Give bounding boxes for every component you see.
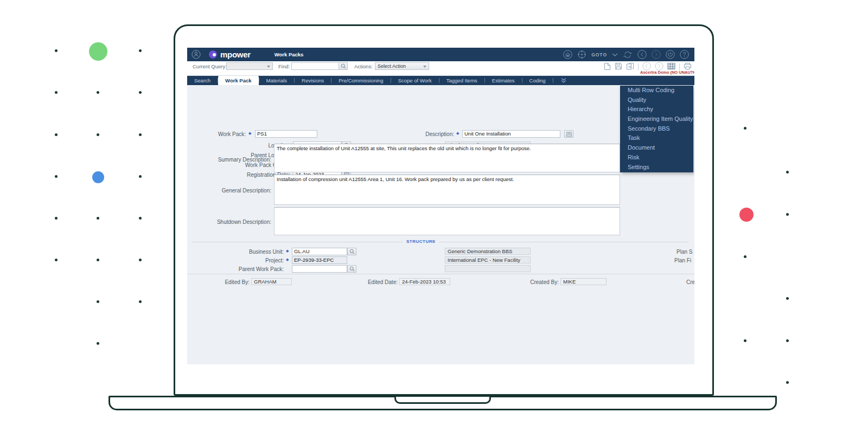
audit-divider <box>187 274 694 274</box>
tab-tagged-items[interactable]: Tagged Items <box>439 76 484 85</box>
laptop-notch <box>394 397 491 404</box>
business-unit-input[interactable]: GL.AU <box>292 248 347 255</box>
goto-label[interactable]: GOTO <box>591 52 607 57</box>
menu-item-multi-row-coding[interactable]: Multi Row Coding <box>620 86 693 95</box>
decor-dot <box>97 91 99 94</box>
general-description-textarea[interactable]: Installation of compression unit A12555 … <box>274 175 620 205</box>
tab-pre-commissioning[interactable]: Pre/Commissioning <box>331 76 390 85</box>
current-query-label: Current Query: <box>193 63 227 69</box>
back-icon[interactable] <box>637 50 647 59</box>
decor-dot <box>744 339 746 342</box>
decor-dot <box>139 133 142 136</box>
menu-item-secondary-bbs[interactable]: Secondary BBS <box>620 124 693 134</box>
description-input[interactable]: Unit One Installation <box>462 130 560 138</box>
menu-item-quality[interactable]: Quality <box>620 95 693 105</box>
menu-item-engineering-item-quality[interactable]: Engineering Item Quality <box>620 114 693 124</box>
decor-dot <box>786 213 789 216</box>
save-icon[interactable] <box>615 62 622 71</box>
form-area: Work Pack: PS1 Description: Unit One Ins… <box>187 85 694 364</box>
new-record-icon[interactable] <box>604 62 611 72</box>
tab-scope-of-work[interactable]: Scope of Work <box>391 76 439 85</box>
refresh-icon[interactable] <box>623 50 633 60</box>
required-marker <box>456 131 459 136</box>
project-detail: International EPC - New Facility <box>445 256 531 263</box>
demo-notice: Ascertra Demo (NO UNAUTHORISED ACCESS) <box>640 70 694 75</box>
actions-select[interactable]: Select Action <box>375 62 429 70</box>
search-icon <box>341 63 346 69</box>
help-icon[interactable] <box>680 50 689 59</box>
user-icon[interactable] <box>192 50 201 59</box>
lookup-icon <box>349 266 355 272</box>
business-unit-lookup-button[interactable] <box>347 248 356 255</box>
tab-search[interactable]: Search <box>187 76 218 85</box>
parent-work-pack-detail <box>445 265 531 272</box>
chevron-down-icon <box>423 66 426 68</box>
created-by-value: MIKE <box>560 278 607 285</box>
decor-dot <box>55 49 58 52</box>
goto-chevron-down-icon[interactable] <box>612 53 618 57</box>
shutdown-description-label: Shutdown Description: <box>187 219 271 225</box>
tab-estimates[interactable]: Estimates <box>485 76 522 85</box>
created-by-label: Created By: <box>513 279 559 285</box>
general-description-label: General Description: <box>187 188 271 194</box>
structure-divider <box>192 242 689 242</box>
scene: mpower Work Packs GOTO <box>0 0 868 438</box>
tab-work-pack[interactable]: Work Pack <box>218 76 258 85</box>
decor-circle-green <box>89 42 107 61</box>
tab-materials[interactable]: Materials <box>259 76 295 85</box>
toolbar-separator <box>638 63 639 70</box>
description-label: Description: <box>393 131 454 137</box>
current-query-select[interactable] <box>226 62 273 70</box>
menu-item-hierarchy[interactable]: Hierarchy <box>620 105 693 114</box>
created-date-label-clipped: Cre <box>686 279 694 285</box>
work-pack-input[interactable]: PS1 <box>255 130 317 138</box>
overflow-tabs-menu: Multi Row Coding Quality Hierarchy Engin… <box>620 86 693 172</box>
decor-dot <box>744 255 746 258</box>
parent-work-pack-input[interactable] <box>292 265 347 273</box>
decor-dot <box>139 300 142 303</box>
edited-date-label: Edited Date: <box>350 279 398 285</box>
share-record-icon[interactable] <box>626 62 634 72</box>
required-marker <box>286 257 289 262</box>
goto-crosshair-icon[interactable] <box>577 50 586 59</box>
business-unit-label: Business Unit: <box>209 249 284 255</box>
forward-icon[interactable] <box>652 50 661 59</box>
required-marker <box>248 131 251 136</box>
decor-dot <box>55 175 58 178</box>
decor-dot <box>139 91 142 94</box>
home-icon[interactable] <box>563 50 572 59</box>
required-marker <box>286 249 289 253</box>
toolbar-separator <box>679 63 680 70</box>
project-input[interactable]: EP-2939-33-EPC <box>292 256 347 264</box>
decor-dot <box>55 91 58 94</box>
parent-work-pack-lookup-button[interactable] <box>347 265 356 273</box>
menu-item-document[interactable]: Document <box>620 143 693 153</box>
tab-revisions[interactable]: Revisions <box>295 76 331 85</box>
decor-dot <box>97 342 99 345</box>
menu-item-task[interactable]: Task <box>620 133 693 143</box>
decor-dot <box>139 259 142 261</box>
decor-dot <box>786 297 789 300</box>
find-search-button[interactable] <box>339 62 348 70</box>
menu-item-risk[interactable]: Risk <box>620 153 693 163</box>
actions-select-value: Select Action <box>378 63 406 69</box>
decor-dot <box>139 175 142 178</box>
tab-coding[interactable]: Coding <box>522 76 553 85</box>
tab-bar: Search Work Pack Materials Revisions Pre… <box>187 76 694 85</box>
decor-dot <box>97 259 99 261</box>
laptop-base <box>108 396 777 410</box>
decor-circle-red <box>739 208 754 222</box>
page-title: Work Packs <box>275 51 304 57</box>
find-label: Find: <box>278 63 290 69</box>
shutdown-description-textarea[interactable] <box>274 207 620 235</box>
power-icon[interactable] <box>666 50 675 59</box>
decor-circle-blue <box>92 171 104 183</box>
description-notes-button[interactable] <box>564 130 573 138</box>
decor-dot <box>55 217 58 220</box>
overflow-tabs-icon[interactable] <box>553 76 574 85</box>
summary-description-textarea[interactable]: The complete installation of Unit A12555… <box>274 144 620 172</box>
find-input[interactable] <box>291 62 339 70</box>
edited-by-label: Edited By: <box>209 279 250 285</box>
menu-item-settings[interactable]: Settings <box>620 163 693 172</box>
decor-dot <box>786 381 789 384</box>
